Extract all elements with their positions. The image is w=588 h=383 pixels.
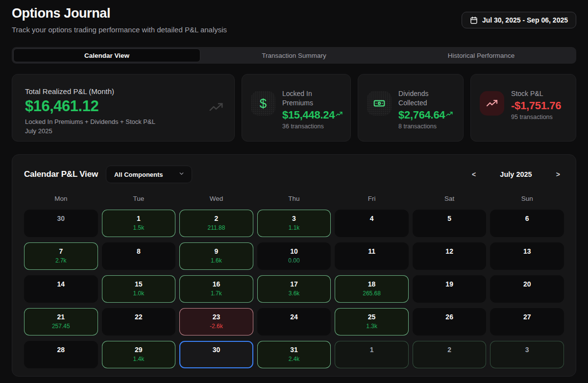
calendar-day-cell[interactable]: 3 (490, 341, 564, 368)
day-number: 20 (523, 280, 531, 288)
trending-up-icon (336, 107, 343, 120)
day-number: 14 (57, 280, 65, 288)
tab-transaction-summary[interactable]: Transaction Summary (200, 48, 388, 62)
card-value: $16,461.12 (25, 97, 222, 115)
day-number: 28 (57, 346, 65, 354)
day-pnl-value: 2.4k (289, 356, 300, 362)
calendar-day-cell[interactable]: 27 (490, 308, 564, 335)
calendar-day-cell[interactable]: 31.1k (257, 210, 331, 237)
date-range-button[interactable]: Jul 30, 2025 - Sep 06, 2025 (462, 12, 576, 28)
day-pnl-value: 1.4k (133, 356, 145, 362)
day-number: 10 (290, 247, 298, 256)
calendar-day-cell[interactable]: 161.7k (179, 275, 253, 303)
month-navigation: < July 2025 > (468, 168, 564, 180)
day-pnl-value: 1.7k (211, 290, 222, 297)
weekday-label: Wed (179, 195, 253, 202)
card-label: Total Realized P&L (Month) (25, 87, 222, 96)
calendar-day-cell[interactable]: 22 (102, 308, 176, 335)
components-filter-select[interactable]: All Components (106, 166, 192, 183)
card-label: Stock P&L (511, 89, 561, 98)
calendar-day-cell[interactable]: 20 (490, 275, 564, 303)
card-label: Dividends Collected (398, 89, 455, 108)
weekday-label: Sun (490, 195, 564, 202)
calendar-day-cell[interactable]: 26 (413, 308, 487, 335)
day-pnl-value: 2.7k (55, 257, 67, 264)
tab-label: Transaction Summary (262, 52, 326, 59)
calendar-day-cell[interactable]: 151.0k (102, 275, 176, 303)
calendar-day-cell[interactable]: 8 (102, 242, 176, 270)
prev-month-button[interactable]: < (468, 168, 480, 180)
calendar-day-cell[interactable]: 91.6k (179, 242, 253, 270)
day-number: 2 (215, 215, 219, 223)
calendar-day-cell[interactable]: 2211.88 (179, 210, 253, 237)
calendar-day-cell[interactable]: 23-2.6k (179, 308, 253, 335)
calendar-day-cell[interactable]: 100.00 (257, 242, 331, 270)
date-range-label: Jul 30, 2025 - Sep 06, 2025 (482, 16, 568, 24)
page-subtitle: Track your options trading performance w… (12, 25, 227, 34)
next-month-button[interactable]: > (552, 168, 564, 180)
tab-label: Calendar View (84, 52, 129, 59)
day-number: 7 (59, 247, 63, 256)
stock-pnl-card: Stock P&L -$1,751.76 95 transactions (470, 74, 576, 142)
trending-up-icon (209, 102, 223, 115)
calendar-day-cell[interactable]: 291.4k (102, 341, 176, 368)
total-realized-pnl-card: Total Realized P&L (Month) $16,461.12 Lo… (12, 74, 235, 142)
day-number: 23 (213, 313, 220, 321)
calendar-day-cell[interactable]: 24 (257, 308, 331, 335)
card-formula: Locked In Premiums + Dividends + Stock P… (25, 118, 222, 125)
calendar-day-cell[interactable]: 251.3k (335, 308, 409, 335)
calendar-day-cell[interactable]: 13 (490, 242, 564, 270)
day-pnl-value: 0.00 (288, 257, 299, 264)
day-number: 6 (525, 215, 529, 223)
card-value: $2,764.64 (398, 109, 455, 121)
calendar-day-cell[interactable]: 30 (179, 341, 253, 368)
calendar-day-cell[interactable]: 12 (413, 242, 487, 270)
day-number: 30 (213, 346, 220, 354)
day-number: 17 (290, 280, 298, 288)
page-title: Options Journal (12, 6, 227, 21)
tab-calendar-view[interactable]: Calendar View (13, 48, 200, 62)
calendar-day-cell[interactable]: 28 (24, 341, 98, 368)
day-number: 21 (57, 313, 65, 321)
day-number: 4 (370, 215, 374, 223)
calendar-day-cell[interactable]: 4 (335, 210, 409, 237)
calendar-day-cell[interactable]: 312.4k (257, 341, 331, 368)
calendar-day-cell[interactable]: 72.7k (24, 242, 98, 270)
calendar-day-cell[interactable]: 5 (413, 210, 487, 237)
calendar-day-cell[interactable]: 30 (24, 210, 98, 237)
weekday-label: Thu (257, 195, 331, 202)
calendar-day-cell[interactable]: 21257.45 (24, 308, 98, 335)
current-month-label: July 2025 (500, 170, 532, 178)
calendar-day-cell[interactable]: 2 (413, 341, 487, 368)
day-number: 13 (523, 247, 531, 256)
day-number: 3 (525, 346, 529, 354)
day-number: 3 (292, 215, 296, 223)
calendar-day-cell[interactable]: 6 (490, 210, 564, 237)
day-pnl-value: -2.6k (210, 323, 223, 330)
calendar-day-cell[interactable]: 18265.68 (335, 275, 409, 303)
card-subtext: 36 transactions (282, 123, 343, 130)
day-number: 30 (57, 215, 65, 223)
locked-in-premiums-card: $ Locked In Premiums $15,448.24 36 trans… (242, 74, 351, 142)
day-number: 18 (368, 280, 376, 288)
day-number: 12 (445, 247, 453, 256)
tab-label: Historical Performance (448, 52, 515, 59)
calendar-day-cell[interactable]: 19 (413, 275, 487, 303)
view-tabs: Calendar View Transaction Summary Histor… (12, 47, 576, 64)
day-pnl-value: 3.6k (289, 290, 300, 297)
tab-historical-performance[interactable]: Historical Performance (388, 48, 575, 62)
card-value: -$1,751.76 (511, 99, 561, 112)
calendar-day-cell[interactable]: 1 (335, 341, 409, 368)
calendar-day-cell[interactable]: 11.5k (102, 210, 176, 237)
day-number: 15 (135, 280, 143, 288)
day-number: 1 (137, 215, 141, 223)
calendar-day-cell[interactable]: 14 (24, 275, 98, 303)
calendar-day-cell[interactable]: 11 (335, 242, 409, 270)
day-pnl-value: 1.6k (211, 257, 222, 264)
day-pnl-value: 257.45 (52, 323, 70, 330)
day-number: 1 (370, 346, 374, 354)
banknote-icon (367, 91, 392, 116)
calendar-day-cell[interactable]: 173.6k (257, 275, 331, 303)
stat-cards-row: Total Realized P&L (Month) $16,461.12 Lo… (12, 74, 576, 142)
day-pnl-value: 1.0k (133, 290, 145, 297)
